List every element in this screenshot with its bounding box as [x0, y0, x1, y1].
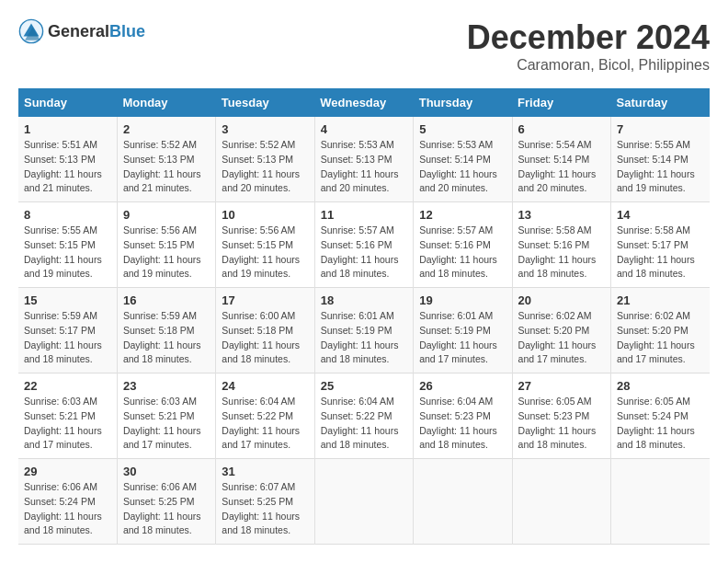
day-info: Sunrise: 6:04 AM Sunset: 5:22 PM Dayligh… — [321, 395, 407, 453]
day-cell: 22Sunrise: 6:03 AM Sunset: 5:21 PM Dayli… — [18, 373, 117, 459]
day-cell — [414, 459, 512, 545]
day-cell: 2Sunrise: 5:52 AM Sunset: 5:13 PM Daylig… — [117, 117, 215, 202]
day-cell: 18Sunrise: 6:01 AM Sunset: 5:19 PM Dayli… — [314, 288, 413, 373]
day-number: 14 — [617, 208, 704, 222]
day-cell — [611, 459, 710, 545]
day-number: 1 — [24, 122, 111, 136]
logo-icon — [18, 18, 44, 44]
day-number: 5 — [419, 122, 506, 136]
day-info: Sunrise: 6:00 AM Sunset: 5:18 PM Dayligh… — [222, 309, 308, 367]
title-area: December 2024 Caramoran, Bicol, Philippi… — [467, 18, 710, 74]
day-info: Sunrise: 5:51 AM Sunset: 5:13 PM Dayligh… — [24, 138, 111, 196]
day-number: 4 — [321, 122, 407, 136]
week-row-4: 22Sunrise: 6:03 AM Sunset: 5:21 PM Dayli… — [18, 373, 710, 459]
subtitle: Caramoran, Bicol, Philippines — [467, 57, 710, 74]
day-number: 10 — [222, 208, 308, 222]
day-number: 3 — [222, 122, 308, 136]
day-cell: 3Sunrise: 5:52 AM Sunset: 5:13 PM Daylig… — [216, 117, 314, 202]
day-cell: 16Sunrise: 5:59 AM Sunset: 5:18 PM Dayli… — [117, 288, 215, 373]
day-cell: 14Sunrise: 5:58 AM Sunset: 5:17 PM Dayli… — [611, 202, 710, 288]
day-info: Sunrise: 5:52 AM Sunset: 5:13 PM Dayligh… — [222, 138, 308, 196]
main-title: December 2024 — [467, 18, 710, 57]
day-number: 24 — [222, 379, 308, 393]
day-cell: 10Sunrise: 5:56 AM Sunset: 5:15 PM Dayli… — [216, 202, 314, 288]
day-cell — [314, 459, 413, 545]
header-row: SundayMondayTuesdayWednesdayThursdayFrid… — [18, 88, 710, 117]
day-cell: 19Sunrise: 6:01 AM Sunset: 5:19 PM Dayli… — [414, 288, 512, 373]
day-info: Sunrise: 5:53 AM Sunset: 5:13 PM Dayligh… — [321, 138, 407, 196]
day-number: 2 — [123, 122, 210, 136]
day-number: 12 — [419, 208, 506, 222]
day-info: Sunrise: 5:52 AM Sunset: 5:13 PM Dayligh… — [123, 138, 210, 196]
day-info: Sunrise: 5:57 AM Sunset: 5:16 PM Dayligh… — [419, 224, 506, 282]
day-number: 23 — [123, 379, 210, 393]
day-info: Sunrise: 6:04 AM Sunset: 5:22 PM Dayligh… — [222, 395, 308, 453]
day-cell: 9Sunrise: 5:56 AM Sunset: 5:15 PM Daylig… — [117, 202, 215, 288]
week-row-3: 15Sunrise: 5:59 AM Sunset: 5:17 PM Dayli… — [18, 288, 710, 373]
day-info: Sunrise: 5:54 AM Sunset: 5:14 PM Dayligh… — [518, 138, 605, 196]
header-thursday: Thursday — [414, 88, 512, 117]
day-number: 22 — [24, 379, 111, 393]
day-cell: 29Sunrise: 6:06 AM Sunset: 5:24 PM Dayli… — [18, 459, 117, 545]
day-info: Sunrise: 5:58 AM Sunset: 5:17 PM Dayligh… — [617, 224, 704, 282]
day-info: Sunrise: 6:03 AM Sunset: 5:21 PM Dayligh… — [123, 395, 210, 453]
day-cell: 27Sunrise: 6:05 AM Sunset: 5:23 PM Dayli… — [512, 373, 610, 459]
day-number: 29 — [24, 465, 111, 478]
day-info: Sunrise: 5:57 AM Sunset: 5:16 PM Dayligh… — [321, 224, 407, 282]
day-cell: 28Sunrise: 6:05 AM Sunset: 5:24 PM Dayli… — [611, 373, 710, 459]
day-number: 21 — [617, 293, 704, 307]
day-cell: 17Sunrise: 6:00 AM Sunset: 5:18 PM Dayli… — [216, 288, 314, 373]
day-number: 25 — [321, 379, 407, 393]
day-number: 6 — [518, 122, 605, 136]
day-info: Sunrise: 6:01 AM Sunset: 5:19 PM Dayligh… — [419, 309, 506, 367]
day-info: Sunrise: 6:05 AM Sunset: 5:23 PM Dayligh… — [518, 395, 605, 453]
day-info: Sunrise: 6:02 AM Sunset: 5:20 PM Dayligh… — [518, 309, 605, 367]
day-number: 28 — [617, 379, 704, 393]
day-number: 31 — [222, 465, 308, 478]
day-cell: 4Sunrise: 5:53 AM Sunset: 5:13 PM Daylig… — [314, 117, 413, 202]
day-number: 27 — [518, 379, 605, 393]
week-row-1: 1Sunrise: 5:51 AM Sunset: 5:13 PM Daylig… — [18, 117, 710, 202]
day-cell: 13Sunrise: 5:58 AM Sunset: 5:16 PM Dayli… — [512, 202, 610, 288]
day-info: Sunrise: 5:56 AM Sunset: 5:15 PM Dayligh… — [222, 224, 308, 282]
day-info: Sunrise: 5:58 AM Sunset: 5:16 PM Dayligh… — [518, 224, 605, 282]
day-info: Sunrise: 6:06 AM Sunset: 5:25 PM Dayligh… — [123, 480, 210, 538]
day-info: Sunrise: 6:01 AM Sunset: 5:19 PM Dayligh… — [321, 309, 407, 367]
day-info: Sunrise: 5:59 AM Sunset: 5:17 PM Dayligh… — [24, 309, 111, 367]
day-number: 20 — [518, 293, 605, 307]
day-info: Sunrise: 5:59 AM Sunset: 5:18 PM Dayligh… — [123, 309, 210, 367]
day-info: Sunrise: 6:04 AM Sunset: 5:23 PM Dayligh… — [419, 395, 506, 453]
day-cell: 20Sunrise: 6:02 AM Sunset: 5:20 PM Dayli… — [512, 288, 610, 373]
day-info: Sunrise: 6:07 AM Sunset: 5:25 PM Dayligh… — [222, 480, 308, 538]
day-number: 30 — [123, 465, 210, 478]
day-cell: 11Sunrise: 5:57 AM Sunset: 5:16 PM Dayli… — [314, 202, 413, 288]
day-cell: 1Sunrise: 5:51 AM Sunset: 5:13 PM Daylig… — [18, 117, 117, 202]
day-number: 26 — [419, 379, 506, 393]
header-wednesday: Wednesday — [314, 88, 413, 117]
day-cell: 7Sunrise: 5:55 AM Sunset: 5:14 PM Daylig… — [611, 117, 710, 202]
page-header: GeneralBlue December 2024 Caramoran, Bic… — [18, 18, 710, 74]
day-cell — [512, 459, 610, 545]
day-cell: 5Sunrise: 5:53 AM Sunset: 5:14 PM Daylig… — [414, 117, 512, 202]
day-info: Sunrise: 6:03 AM Sunset: 5:21 PM Dayligh… — [24, 395, 111, 453]
header-sunday: Sunday — [18, 88, 117, 117]
logo: GeneralBlue — [18, 18, 145, 44]
logo-general: GeneralBlue — [48, 22, 145, 41]
day-number: 13 — [518, 208, 605, 222]
day-cell: 8Sunrise: 5:55 AM Sunset: 5:15 PM Daylig… — [18, 202, 117, 288]
day-cell: 26Sunrise: 6:04 AM Sunset: 5:23 PM Dayli… — [414, 373, 512, 459]
day-info: Sunrise: 5:55 AM Sunset: 5:15 PM Dayligh… — [24, 224, 111, 282]
day-cell: 31Sunrise: 6:07 AM Sunset: 5:25 PM Dayli… — [216, 459, 314, 545]
header-friday: Friday — [512, 88, 610, 117]
day-cell: 21Sunrise: 6:02 AM Sunset: 5:20 PM Dayli… — [611, 288, 710, 373]
day-number: 19 — [419, 293, 506, 307]
day-info: Sunrise: 6:06 AM Sunset: 5:24 PM Dayligh… — [24, 480, 111, 538]
week-row-2: 8Sunrise: 5:55 AM Sunset: 5:15 PM Daylig… — [18, 202, 710, 288]
calendar-table: SundayMondayTuesdayWednesdayThursdayFrid… — [18, 88, 710, 545]
day-info: Sunrise: 6:02 AM Sunset: 5:20 PM Dayligh… — [617, 309, 704, 367]
day-cell: 24Sunrise: 6:04 AM Sunset: 5:22 PM Dayli… — [216, 373, 314, 459]
header-monday: Monday — [117, 88, 215, 117]
day-info: Sunrise: 5:53 AM Sunset: 5:14 PM Dayligh… — [419, 138, 506, 196]
week-row-5: 29Sunrise: 6:06 AM Sunset: 5:24 PM Dayli… — [18, 459, 710, 545]
day-number: 9 — [123, 208, 210, 222]
